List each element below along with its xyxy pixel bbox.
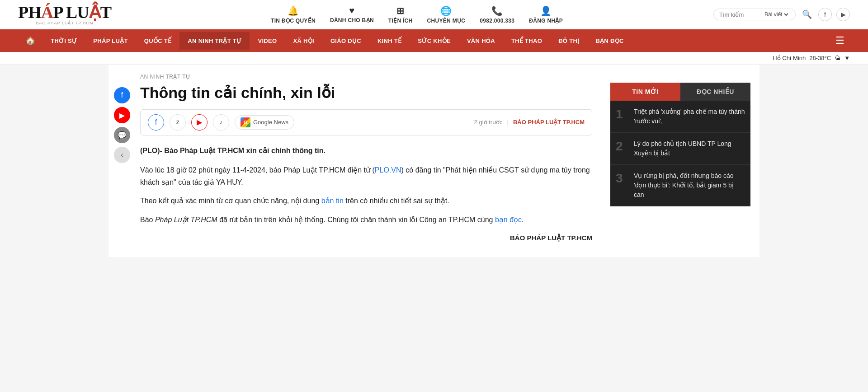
bell-icon: 🔔 [288,5,299,16]
sidebar-news-item-1[interactable]: 1 Triệt phá 'xưởng' pha chế ma túy thành… [610,101,750,133]
nav-right-section: Bài viết 🔍 f ▶ [713,8,850,21]
share-tiktok-button[interactable]: ♪ [213,114,229,131]
search-input[interactable] [719,11,760,18]
article-area: AN NINH TRẬT TỰ Thông tin cải chính, xin… [131,65,606,257]
nav-xa-hoi[interactable]: XÃ HỘI [285,32,322,50]
article-paragraph-3: Báo Pháp Luật TP.HCM đã rút bản tin trên… [140,214,592,226]
share-bar: f Z ▶ ♪ G Google News 2 giờ trước | BÁO … [140,109,592,135]
weather-icon: 🌤 [835,55,840,61]
sidebar-tabs: TIN MỚI ĐỌC NHIỀU [610,83,750,101]
article-byline: BÁO PHÁP LUẬT TP.HCM [140,232,592,244]
article-body: (PLO)- Báo Pháp Luật TP.HCM xin cải chín… [140,145,592,243]
globe-icon: 🌐 [440,5,452,16]
nav-chuyen-muc[interactable]: 🌐 CHUYÊN MỤC [427,5,466,24]
share-zalo-button[interactable]: Z [170,114,186,131]
nav-dang-nhap[interactable]: 👤 ĐĂNG NHẬP [529,5,563,24]
sidebar-news-list: 1 Triệt phá 'xưởng' pha chế ma túy thành… [610,101,750,206]
logo[interactable]: PHÁP LUẬT BÁO PHÁP LUẬT TP.HCM [18,4,111,25]
youtube-top-icon[interactable]: ▶ [836,8,850,21]
top-navigation: PHÁP LUẬT BÁO PHÁP LUẬT TP.HCM 🔔 TIN ĐỌC… [0,0,868,29]
breadcrumb[interactable]: AN NINH TRẬT TỰ [140,74,592,80]
article-source[interactable]: BÁO PHÁP LUẬT TP.HCM [513,119,585,126]
facebook-top-icon[interactable]: f [818,8,832,21]
sidebar-youtube-button[interactable]: ▶ [114,107,130,123]
weather-city: Hồ Chí Minh [773,55,806,61]
content-wrapper: f ▶ 💬 ‹ AN NINH TRẬT TỰ Thông tin cải ch… [108,65,760,257]
sidebar-num-1: 1 [616,108,628,121]
sidebar-news-text-3: Vụ rừng bị phá, đốt nhưng báo cáo 'dọn t… [634,171,745,200]
user-icon: 👤 [540,5,552,16]
sidebar-back-button[interactable]: ‹ [114,147,130,163]
grid-icon: ⊞ [396,5,404,16]
ban-doc-link[interactable]: bạn đọc [495,216,522,224]
right-sidebar: TIN MỚI ĐỌC NHIỀU 1 Triệt phá 'xưởng' ph… [606,65,760,257]
main-navigation: 🏠 THỜI SỰ PHÁP LUẬT QUỐC TẾ AN NINH TRẬT… [0,29,868,52]
nav-the-thao[interactable]: THỂ THAO [503,32,550,50]
tab-tin-moi[interactable]: TIN MỚI [610,83,680,101]
separator: | [507,119,509,126]
nav-tin-doc-quyen[interactable]: 🔔 TIN ĐỌC QUYỀN [271,5,316,24]
article-paragraph-1: Vào lúc 18 giờ 02 phút ngày 11-4-2024, b… [140,164,592,188]
ban-tin-link[interactable]: bản tin [321,197,344,205]
weather-bar: Hồ Chí Minh 28-38°C 🌤 ▼ [0,52,868,65]
article-title: Thông tin cải chính, xin lỗi [140,84,592,102]
sidebar-news-item-3[interactable]: 3 Vụ rừng bị phá, đốt nhưng báo cáo 'dọn… [610,165,750,206]
phone-icon: 📞 [491,5,503,16]
sidebar-news-text-1: Triệt phá 'xưởng' pha chế ma túy thành '… [634,107,745,126]
nav-quoc-te[interactable]: QUỐC TẾ [136,32,180,50]
sidebar-facebook-button[interactable]: f [114,87,130,103]
nav-phap-luat[interactable]: PHÁP LUẬT [85,32,136,50]
article-timestamp: 2 giờ trước [474,119,503,126]
nav-icons-bar: 🔔 TIN ĐỌC QUYỀN ♥ DÀNH CHO BẠN ⊞ TIỆN ÍC… [135,5,699,24]
nav-suc-khoe[interactable]: SỨC KHỎE [410,32,459,50]
sidebar-num-2: 2 [616,140,628,153]
social-icons-top: f ▶ [818,8,850,21]
nav-giao-duc[interactable]: GIÁO DỤC [322,32,369,50]
sidebar-news-text-2: Lý do phó chủ tịch UBND TP Long Xuyên bị… [634,139,745,158]
sidebar-comment-button[interactable]: 💬 [114,127,130,143]
weather-dropdown-icon[interactable]: ▼ [844,55,850,61]
google-news-label: Google News [253,119,288,126]
google-g-icon: G [241,117,250,127]
nav-do-thi[interactable]: ĐÔ THỊ [550,32,587,50]
nav-an-ninh-trat-tu[interactable]: AN NINH TRẬT TỰ [179,32,250,50]
hamburger-menu[interactable]: ☰ [830,29,850,52]
share-bar-left: f Z ▶ ♪ G Google News [148,114,294,131]
social-sidebar: f ▶ 💬 ‹ [108,78,131,163]
nav-ban-doc[interactable]: BẠN ĐỌC [587,32,632,50]
nav-kinh-te[interactable]: KINH TẾ [369,32,410,50]
sidebar-news-item-2[interactable]: 2 Lý do phó chủ tịch UBND TP Long Xuyên … [610,133,750,165]
share-google-news-button[interactable]: G Google News [235,115,294,130]
search-button[interactable]: 🔍 [802,9,812,19]
logo-text: PHÁP LUẬT [18,4,111,21]
article-paragraph-2: Theo kết quả xác minh từ cơ quan chức nă… [140,195,592,207]
heart-icon: ♥ [349,5,354,16]
nav-tien-ich[interactable]: ⊞ TIỆN ÍCH [388,5,413,24]
article-lead: (PLO)- Báo Pháp Luật TP.HCM xin cải chín… [140,145,592,157]
share-youtube-button[interactable]: ▶ [191,114,208,131]
share-bar-right: 2 giờ trước | BÁO PHÁP LUẬT TP.HCM [474,119,585,126]
search-type-select[interactable]: Bài viết [763,11,790,18]
home-button[interactable]: 🏠 [18,30,42,51]
tab-doc-nhieu[interactable]: ĐỌC NHIỀU [680,83,750,101]
search-box[interactable]: Bài viết [713,9,796,20]
weather-temp: 28-38°C [809,55,831,61]
share-facebook-button[interactable]: f [148,114,164,131]
nav-van-hoa[interactable]: VĂN HÓA [459,32,503,50]
sidebar-num-3: 3 [616,172,628,185]
nav-phone[interactable]: 📞 0982.000.333 [480,5,514,24]
nav-video[interactable]: VIDEO [250,32,285,50]
nav-danh-cho-ban[interactable]: ♥ DÀNH CHO BẠN [330,5,374,23]
plo-vn-link[interactable]: PLO.VN [375,166,401,174]
nav-thoi-su[interactable]: THỜI SỰ [42,32,85,50]
